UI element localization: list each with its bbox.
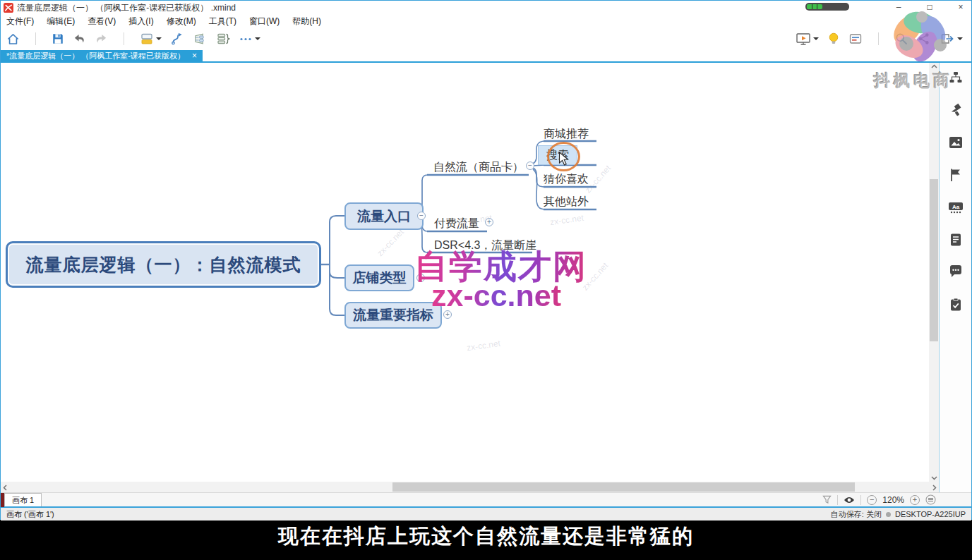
root-topic[interactable]: 流量底层逻辑（一）：自然流模式 [6,241,321,288]
sheet-tab-canvas1[interactable]: 画布 1 [4,493,42,506]
scroll-right-icon[interactable] [932,485,937,491]
fit-map-icon[interactable] [925,494,936,505]
titlebar: 流量底层逻辑（一） （阿枫工作室-课程已获版权） .xmind – □ × [1,1,971,15]
scroll-left-icon[interactable] [3,485,8,491]
presentation-button[interactable] [796,32,819,46]
status-autosave: 自动保存: 关闭 [831,509,882,520]
undo-icon [73,32,86,46]
document-tab[interactable]: *流量底层逻辑（一） （阿枫工作室-课程已获版权） × [1,50,203,61]
label-panel-button[interactable]: Aa [948,200,964,214]
document-tab-close-icon[interactable]: × [192,51,197,61]
lightbulb-icon [827,32,840,46]
task-clipboard-icon [949,298,962,312]
topic-shop-type[interactable]: 店铺类型 [344,264,414,291]
topic-traffic-entry[interactable]: 流量入口 [344,202,424,230]
horizontal-scrollbar-thumb[interactable] [392,482,855,492]
relationship-button[interactable] [170,32,184,46]
sheetbar: 画布 1 − 120% + [1,492,971,506]
boundary-icon [193,32,208,46]
vertical-scrollbar-thumb[interactable] [930,179,938,341]
boundary-button[interactable] [193,32,208,46]
note-panel-icon [848,32,863,46]
expand-toggle-paid-traffic[interactable]: + [485,218,493,226]
mindmap-canvas[interactable]: zx-cc.net zx-cc.net zx-cc.net zx-cc.net … [1,63,939,482]
minimize-button[interactable]: – [891,1,906,13]
search-button[interactable] [894,32,908,46]
menu-edit[interactable]: 编辑(E) [47,16,75,28]
undo-button[interactable] [73,32,86,46]
center-watermark-line2: zx-cc.net [431,279,561,313]
horizontal-scrollbar[interactable] [1,482,939,492]
xmind-logo-icon [4,3,13,13]
marker-panel-button[interactable] [948,167,964,182]
format-painter-icon [949,103,963,117]
collapse-toggle-traffic-entry[interactable]: − [417,212,426,220]
presentation-icon [796,32,811,46]
zoom-in-button[interactable]: + [910,495,920,505]
status-device: DESKTOP-A225IUP [895,510,966,518]
tiled-watermark: zx-cc.net [466,339,500,353]
svg-text:Aa: Aa [952,203,959,209]
save-button[interactable] [52,32,64,45]
topic-key-metrics[interactable]: 流量重要指标 [344,302,442,329]
image-icon [949,136,963,149]
comments-panel-button[interactable] [948,264,964,279]
topic-dsr-cliff[interactable]: DSR<4.3，流量断崖 [434,238,536,253]
redo-button[interactable] [95,32,108,46]
vertical-scrollbar[interactable] [929,63,939,482]
topic-paid-traffic[interactable]: 付费流量 [434,217,479,231]
style-dropdown-caret[interactable] [156,37,162,43]
scroll-down-icon[interactable] [931,475,937,480]
topic-natural-flow[interactable]: 自然流（商品卡） [433,160,524,175]
menu-file[interactable]: 文件(F) [6,16,34,28]
share-icon [917,32,931,46]
more-dropdown-caret[interactable] [255,37,260,43]
note-panel-button[interactable] [848,32,863,46]
status-selection: 画布 ('画布 1') [6,509,54,520]
expand-toggle-shop-type[interactable]: + [416,274,425,282]
xmind-window: 流量底层逻辑（一） （阿枫工作室-课程已获版权） .xmind – □ × 文件… [0,0,972,560]
summary-button[interactable] [216,32,230,46]
scroll-up-icon[interactable] [931,64,937,69]
export-button[interactable] [940,32,963,46]
menu-help[interactable]: 帮助(H) [292,16,321,28]
expand-toggle-key-metrics[interactable]: + [443,310,452,319]
maximize-button[interactable]: □ [922,1,937,13]
image-panel-button[interactable] [948,135,964,150]
presentation-dropdown-caret[interactable] [813,37,819,43]
collapse-toggle-natural-flow[interactable]: − [526,162,534,170]
document-tab-label: *流量底层逻辑（一） （阿枫工作室-课程已获版权） [6,51,185,61]
topic-mall-recommend[interactable]: 商城推荐 [544,127,589,142]
share-button[interactable] [917,32,931,46]
menu-modify[interactable]: 修改(M) [167,16,196,28]
menu-insert[interactable]: 插入(I) [128,16,153,28]
flag-icon [949,168,962,182]
zoom-out-button[interactable]: − [867,495,877,505]
style-button[interactable] [140,32,162,46]
home-button[interactable] [6,32,20,46]
menu-window[interactable]: 窗口(W) [249,16,280,28]
topic-guess-you-like[interactable]: 猜你喜欢 [544,172,589,187]
filter-icon[interactable] [822,495,832,504]
format-painter-button[interactable] [948,102,964,117]
structure-icon [949,71,963,85]
tiled-watermark: zx-cc.net [375,227,405,258]
export-dropdown-caret[interactable] [957,37,963,43]
topic-other-offsite[interactable]: 其他站外 [544,195,589,209]
more-toolbar-button[interactable] [239,32,260,46]
search-icon [894,32,908,46]
window-title: 流量底层逻辑（一） （阿枫工作室-课程已获版权） .xmind [17,2,236,14]
home-icon [6,32,20,46]
tasks-panel-button[interactable] [948,297,964,312]
save-icon [52,32,64,45]
menu-view[interactable]: 查看(V) [88,16,116,28]
zoom-level: 120% [882,495,904,505]
lightbulb-button[interactable] [827,32,840,46]
menu-tools[interactable]: 工具(T) [209,16,236,28]
structure-panel-button[interactable] [948,70,964,85]
menubar: 文件(F) 编辑(E) 查看(V) 插入(I) 修改(M) 工具(T) 窗口(W… [1,15,971,28]
close-button[interactable]: × [953,1,968,13]
statusbar: 画布 ('画布 1') 自动保存: 关闭 DESKTOP-A225IUP [1,506,971,521]
pitch-mode-eye-icon[interactable] [844,496,855,504]
notes-panel-button[interactable] [948,232,964,247]
